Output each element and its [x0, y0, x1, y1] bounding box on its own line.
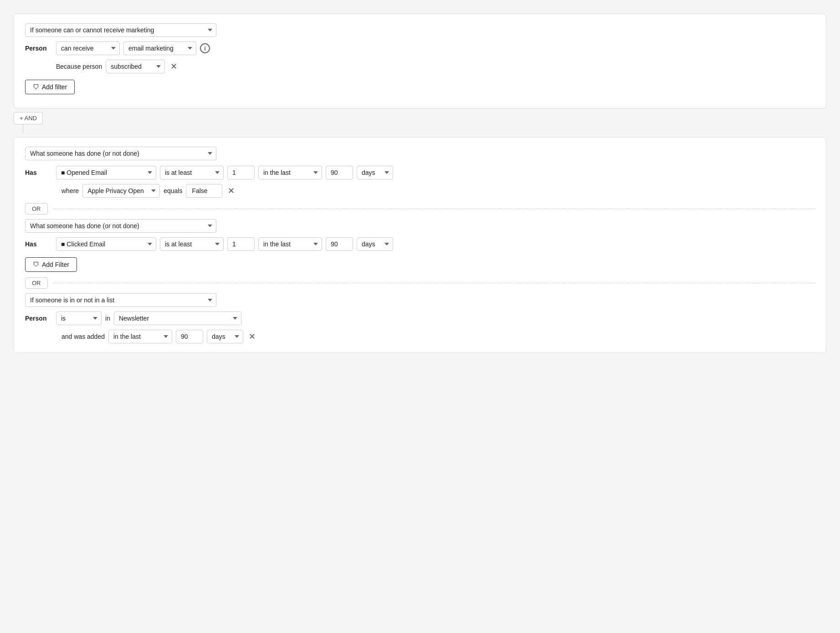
person-label-1: Person — [25, 45, 52, 52]
apple-privacy-select[interactable]: Apple Privacy Open — [82, 184, 160, 198]
main-condition-select-1[interactable]: If someone can or cannot receive marketi… — [25, 23, 216, 37]
or-button-1[interactable]: OR — [25, 203, 48, 214]
filter-icon-2: ⛉ — [33, 261, 39, 268]
days-select-2[interactable]: days — [357, 237, 393, 251]
is-at-least-select-1[interactable]: is at least — [160, 166, 224, 179]
in-the-last-select-2[interactable]: in the last — [258, 237, 322, 251]
remove-false-btn[interactable]: ✕ — [226, 187, 236, 195]
remove-list-condition-btn[interactable]: ✕ — [247, 332, 257, 341]
and-line — [23, 124, 23, 133]
and-was-added-row: and was added in the last days ✕ — [61, 330, 815, 343]
clicked-email-select[interactable]: ■ Clicked Email — [56, 237, 156, 251]
has-label-1: Has — [25, 169, 52, 176]
opened-email-condition-block: What someone has done (or not done) Has … — [14, 137, 826, 353]
opened-email-select[interactable]: ■ Opened Email — [56, 166, 156, 179]
clicked-email-sub-block: What someone has done (or not done) Has … — [25, 219, 815, 272]
because-person-label: Because person — [56, 63, 102, 70]
main-condition-select-3[interactable]: What someone has done (or not done) — [25, 219, 216, 233]
email-marketing-select[interactable]: email marketing — [123, 41, 196, 55]
or-dashed-line-2 — [53, 283, 815, 283]
days-count-input-1[interactable] — [326, 166, 353, 179]
days-select-1[interactable]: days — [357, 166, 393, 179]
or-button-2[interactable]: OR — [25, 277, 48, 289]
main-condition-select-2[interactable]: What someone has done (or not done) — [25, 147, 216, 160]
newsletter-select[interactable]: Newsletter — [114, 311, 241, 325]
is-select[interactable]: is — [56, 311, 102, 325]
count-input-2[interactable] — [227, 237, 255, 251]
can-receive-select[interactable]: can receive — [56, 41, 120, 55]
and-button[interactable]: + AND — [14, 112, 43, 124]
filter-icon-1: ⛉ — [33, 83, 39, 91]
list-condition-sub-block: If someone is in or not in a list Person… — [25, 293, 815, 343]
and-was-added-label: and was added — [61, 333, 105, 340]
person-label-2: Person — [25, 315, 52, 322]
in-the-last-select-3[interactable]: in the last — [108, 330, 172, 343]
and-connector: + AND — [14, 112, 826, 133]
info-icon[interactable]: i — [200, 43, 210, 53]
or-row-2: OR — [25, 277, 815, 289]
subscribed-select[interactable]: subscribed — [106, 60, 165, 73]
main-condition-select-4[interactable]: If someone is in or not in a list — [25, 293, 216, 307]
days-select-3[interactable]: days — [207, 330, 243, 343]
equals-label: equals — [164, 187, 182, 194]
in-the-last-select-1[interactable]: in the last — [258, 166, 322, 179]
where-label: where — [61, 187, 79, 194]
where-row: where Apple Privacy Open equals False ✕ — [61, 184, 815, 198]
false-value: False — [186, 184, 222, 198]
or-row-1: OR — [25, 203, 815, 214]
add-filter-btn-1[interactable]: ⛉ Add filter — [25, 80, 75, 94]
count-input-1[interactable] — [227, 166, 255, 179]
days-count-input-2[interactable] — [326, 237, 353, 251]
marketing-condition-block: If someone can or cannot receive marketi… — [14, 14, 826, 108]
remove-subscribed-btn[interactable]: ✕ — [169, 62, 179, 71]
add-filter-label-2: Add Filter — [42, 261, 69, 268]
add-filter-btn-2[interactable]: ⛉ Add Filter — [25, 257, 77, 272]
in-label: in — [105, 315, 110, 322]
or-dashed-line-1 — [53, 209, 815, 209]
days-count-input-3[interactable] — [176, 330, 203, 343]
is-at-least-select-2[interactable]: is at least — [160, 237, 224, 251]
add-filter-label-1: Add filter — [42, 83, 67, 91]
has-label-2: Has — [25, 240, 52, 248]
